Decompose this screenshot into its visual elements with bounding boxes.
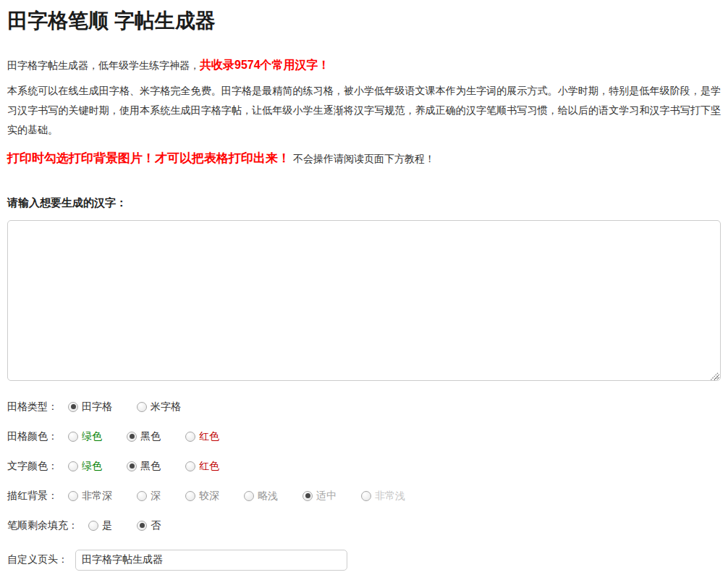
radio-icon[interactable]: [244, 491, 254, 501]
radio-option-label: 红色: [199, 430, 219, 443]
radio-option-trace-background-5[interactable]: 非常浅: [361, 490, 405, 503]
radio-option-grid-color-2[interactable]: 红色: [185, 430, 219, 443]
radio-selected-icon[interactable]: [68, 402, 78, 412]
radio-option-grid-type-0[interactable]: 田字格: [68, 400, 112, 414]
radio-option-trace-background-4[interactable]: 适中: [302, 490, 337, 503]
radio-option-trace-background-1[interactable]: 深: [137, 490, 161, 503]
intro-line-text: 田字格字帖生成器，低年级学生练字神器，: [7, 59, 200, 71]
radio-option-trace-background-3[interactable]: 略浅: [244, 490, 278, 503]
custom-header-label: 自定义页头：: [7, 553, 68, 566]
radio-selected-icon[interactable]: [137, 521, 147, 531]
print-warning-note: 不会操作请阅读页面下方教程！: [293, 153, 435, 164]
radio-option-label: 否: [151, 519, 161, 532]
row-label-text-color: 文字颜色：: [7, 460, 58, 473]
row-label-trace-background: 描红背景：: [7, 490, 58, 503]
radio-option-label: 米字格: [151, 400, 181, 414]
custom-header-row: 自定义页头：: [7, 550, 721, 571]
radio-option-stroke-remaining-fill-0[interactable]: 是: [88, 519, 112, 532]
radio-option-trace-background-0[interactable]: 非常深: [68, 490, 112, 503]
radio-icon[interactable]: [185, 461, 195, 471]
print-warning-highlight: 打印时勾选打印背景图片！才可以把表格打印出来！: [7, 151, 290, 165]
radio-option-text-color-2[interactable]: 红色: [185, 460, 219, 473]
radio-option-label: 适中: [316, 490, 337, 503]
radio-option-label: 略浅: [258, 490, 278, 503]
radio-icon[interactable]: [88, 521, 98, 531]
radio-option-label: 绿色: [82, 430, 102, 443]
radio-option-label: 田字格: [82, 400, 112, 414]
option-row-grid-type: 田格类型：田字格米字格: [7, 400, 721, 414]
hanzi-input-heading: 请输入想要生成的汉字：: [7, 196, 721, 210]
radio-option-label: 较深: [199, 490, 219, 503]
intro-line-highlight: 共收录9574个常用汉字！: [200, 59, 330, 71]
radio-option-label: 黑色: [140, 460, 161, 473]
radio-option-grid-color-0[interactable]: 绿色: [68, 430, 102, 443]
radio-option-label: 非常深: [82, 490, 112, 503]
intro-description: 本系统可以在线生成田字格、米字格完全免费。田字格是最精简的练习格，被小学低年级语…: [7, 81, 721, 140]
radio-icon[interactable]: [185, 491, 195, 501]
row-label-grid-type: 田格类型：: [7, 400, 58, 414]
radio-icon[interactable]: [137, 402, 147, 412]
radio-option-stroke-remaining-fill-1[interactable]: 否: [137, 519, 161, 532]
radio-icon[interactable]: [185, 432, 195, 442]
radio-icon[interactable]: [68, 432, 78, 442]
option-row-trace-background: 描红背景：非常深深较深略浅适中非常浅: [7, 490, 721, 503]
radio-selected-icon[interactable]: [127, 461, 137, 471]
copybook-generator-page: 田字格笔顺 字帖生成器 田字格字帖生成器，低年级学生练字神器，共收录9574个常…: [0, 0, 728, 575]
radio-icon[interactable]: [68, 461, 78, 471]
hanzi-textarea[interactable]: [7, 220, 721, 381]
radio-option-grid-color-1[interactable]: 黑色: [127, 430, 161, 443]
radio-option-grid-type-1[interactable]: 米字格: [137, 400, 181, 414]
radio-option-label: 非常浅: [375, 490, 405, 503]
page-title: 田字格笔顺 字帖生成器: [7, 9, 721, 33]
option-row-grid-color: 田格颜色：绿色黑色红色: [7, 430, 721, 443]
option-row-text-color: 文字颜色：绿色黑色红色: [7, 460, 721, 473]
hanzi-textarea-wrap: [7, 220, 721, 384]
print-warning-line: 打印时勾选打印背景图片！才可以把表格打印出来！ 不会操作请阅读页面下方教程！: [7, 150, 721, 167]
radio-icon[interactable]: [68, 491, 78, 501]
option-row-stroke-remaining-fill: 笔顺剩余填充：是否: [7, 519, 721, 532]
radio-option-text-color-1[interactable]: 黑色: [127, 460, 161, 473]
option-rows: 田格类型：田字格米字格田格颜色：绿色黑色红色文字颜色：绿色黑色红色描红背景：非常…: [7, 400, 721, 532]
radio-option-text-color-0[interactable]: 绿色: [68, 460, 102, 473]
custom-header-input[interactable]: [75, 550, 347, 571]
radio-option-label: 红色: [199, 460, 219, 473]
radio-option-label: 绿色: [82, 460, 102, 473]
radio-option-label: 是: [102, 519, 112, 532]
row-label-stroke-remaining-fill: 笔顺剩余填充：: [7, 519, 78, 532]
radio-option-label: 黑色: [140, 430, 161, 443]
radio-selected-icon[interactable]: [127, 432, 137, 442]
intro-line: 田字格字帖生成器，低年级学生练字神器，共收录9574个常用汉字！: [7, 58, 721, 72]
radio-option-trace-background-2[interactable]: 较深: [185, 490, 219, 503]
radio-icon[interactable]: [137, 491, 147, 501]
radio-icon[interactable]: [361, 491, 371, 501]
row-label-grid-color: 田格颜色：: [7, 430, 58, 443]
radio-option-label: 深: [151, 490, 161, 503]
radio-selected-icon[interactable]: [302, 491, 313, 501]
